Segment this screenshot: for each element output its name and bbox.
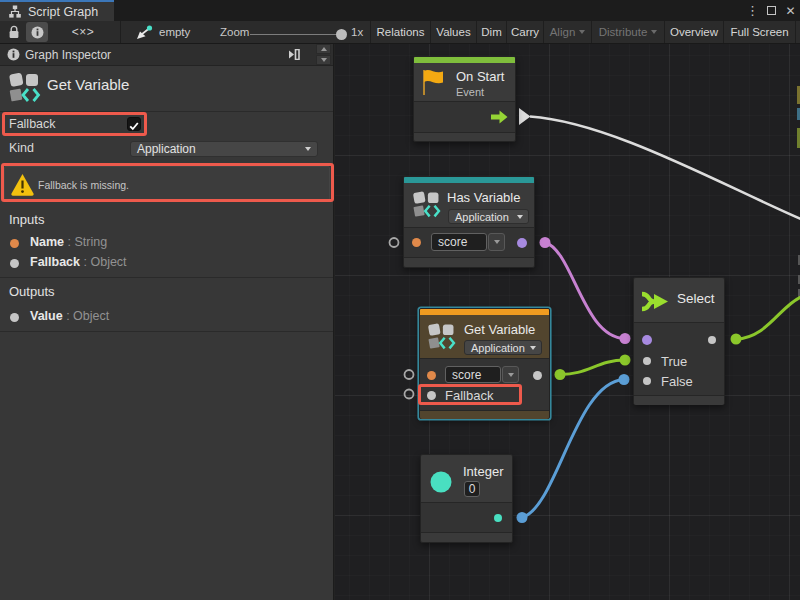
variables-icon [8, 70, 42, 104]
overview-button[interactable]: Overview [665, 21, 724, 43]
field-value: 0 [469, 482, 476, 496]
code-view-icon[interactable]: <×> [71, 23, 95, 41]
unconnected-port-ring[interactable] [390, 238, 399, 247]
node-title: On Start [456, 69, 504, 84]
dim-button[interactable]: Dim [477, 21, 507, 43]
button-label: Overview [670, 26, 718, 38]
wire-onstart-out[interactable] [530, 117, 800, 220]
dropdown-caret-icon [494, 240, 500, 244]
maximize-icon[interactable] [764, 2, 779, 20]
integer-value-field[interactable]: 0 [464, 481, 480, 497]
breadcrumb[interactable]: empty [136, 21, 190, 43]
tab-strip: Script Graph ⋮ ✕ [0, 0, 800, 21]
unconnected-port-ring[interactable] [405, 390, 414, 399]
dropdown-caret-icon [305, 147, 311, 151]
button-label: Dim [481, 26, 501, 38]
inputs-heading: Inputs [9, 212, 44, 227]
node-select[interactable]: Select True False [633, 277, 725, 405]
zoom-label: Zoom [220, 21, 249, 43]
distribute-button[interactable]: Distribute [592, 21, 665, 43]
field-value: score [452, 368, 481, 382]
script-graph-icon [8, 5, 22, 18]
variable-name-field[interactable]: score [431, 233, 487, 251]
full-screen-button[interactable]: Full Screen [724, 21, 796, 43]
pin-label: Name : String [30, 235, 107, 249]
false-port-label: False [661, 374, 693, 389]
close-icon[interactable]: ✕ [783, 2, 798, 20]
value-input-port[interactable] [642, 335, 652, 345]
divider [0, 331, 333, 332]
scroll-down-button[interactable] [316, 55, 331, 65]
true-input-port[interactable] [643, 357, 651, 365]
node-footer [420, 410, 549, 419]
integer-output-port[interactable] [494, 514, 502, 522]
pin-type: : Object [63, 309, 110, 323]
input-port-dot [10, 259, 19, 268]
variables-icon [412, 188, 442, 220]
button-label: Full Screen [730, 26, 788, 38]
window-controls: ⋮ ✕ [745, 0, 798, 21]
result-output-port[interactable] [517, 238, 527, 248]
graph-toolbar: <×> empty Zoom 1x Relations Values Dim C… [0, 21, 800, 44]
zoom-slider-track[interactable] [250, 34, 342, 35]
output-row-value: Value : Object [0, 307, 333, 327]
graph-canvas[interactable]: On Start Event Has Varia [335, 44, 800, 600]
info-icon [7, 48, 20, 61]
variable-name-field[interactable]: score [445, 366, 501, 383]
node-title: Integer [463, 464, 503, 479]
variable-name-dropdown[interactable] [502, 366, 519, 383]
align-button[interactable]: Align [544, 21, 592, 43]
arrow-up-icon [321, 47, 327, 51]
dock-icon[interactable] [288, 49, 300, 60]
node-has-variable[interactable]: Has Variable Application score [403, 176, 535, 268]
node-title: Has Variable [447, 190, 520, 205]
dropdown-value: Application [471, 342, 525, 354]
dropdown-value: Application [455, 211, 509, 223]
node-body: True False [634, 322, 724, 395]
true-port-label: True [661, 354, 687, 369]
dropdown-value: Application [137, 142, 196, 156]
arrow-down-icon [321, 58, 327, 62]
flow-output-arrow-icon[interactable] [491, 110, 508, 124]
tab-script-graph[interactable]: Script Graph [0, 0, 114, 21]
value-output-port[interactable] [533, 371, 542, 380]
window-menu-icon[interactable]: ⋮ [745, 2, 760, 20]
button-label: Distribute [599, 26, 648, 38]
name-input-port[interactable] [412, 238, 421, 247]
lock-icon[interactable] [8, 25, 20, 39]
wire-endpoint [540, 237, 551, 248]
dropdown-caret-icon [530, 346, 536, 350]
node-on-start[interactable]: On Start Event [413, 56, 516, 142]
button-label: Values [436, 26, 470, 38]
wire-endpoint [619, 374, 630, 385]
wire-getvariable-to-select[interactable] [560, 360, 625, 375]
relations-button[interactable]: Relations [371, 21, 431, 43]
kind-dropdown[interactable]: Application [130, 141, 318, 157]
annotation-box-fallback-field [2, 112, 147, 136]
zoom-slider-thumb[interactable] [336, 29, 347, 40]
wire-select-out[interactable] [736, 297, 800, 339]
values-button[interactable]: Values [431, 21, 477, 43]
carry-button[interactable]: Carry [507, 21, 544, 43]
kind-field-label: Kind [9, 141, 34, 155]
selection-output-port[interactable] [708, 336, 716, 344]
scroll-up-button[interactable] [316, 44, 331, 54]
wire-hasvariable-to-select[interactable] [545, 243, 625, 339]
panel-title: Graph Inspector [25, 48, 111, 62]
pin-label: Value : Object [30, 309, 109, 323]
kind-dropdown[interactable]: Application [448, 209, 529, 224]
graph-inspector-header: Graph Inspector [0, 44, 333, 66]
annotation-box-warning [1, 163, 334, 202]
unconnected-port-ring[interactable] [405, 370, 414, 379]
field-value: score [438, 235, 467, 249]
false-input-port[interactable] [643, 377, 651, 385]
tab-title: Script Graph [28, 5, 98, 19]
variable-name-dropdown[interactable] [488, 233, 505, 251]
inspector-toggle-button[interactable] [26, 22, 48, 42]
node-integer[interactable]: Integer 0 [420, 454, 513, 543]
name-input-port[interactable] [427, 371, 436, 380]
kind-dropdown[interactable]: Application [464, 340, 542, 355]
node-header: Select [634, 278, 724, 322]
node-header: Get Variable Application [420, 315, 549, 358]
divider [0, 277, 333, 278]
